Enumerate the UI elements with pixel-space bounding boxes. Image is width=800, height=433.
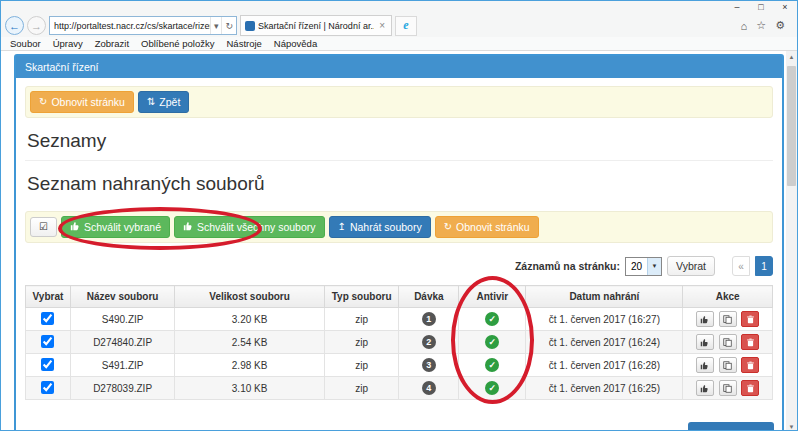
delete-file-button[interactable] — [741, 357, 759, 373]
thumbs-up-icon — [183, 221, 193, 233]
refresh-page-button[interactable]: ↻ Obnovit stránku — [30, 91, 134, 113]
approve-file-button[interactable] — [696, 334, 714, 350]
upload-date-cell: čt 1. červen 2017 (16:28) — [526, 354, 683, 377]
scroll-up-icon[interactable]: ▲ — [786, 51, 797, 62]
table-row: D278039.ZIP 3.10 KB zip 4 ✓ čt 1. červen… — [26, 377, 773, 400]
top-toolbar: ↻ Obnovit stránku ⇅ Zpět — [25, 86, 773, 118]
copy-file-button[interactable] — [719, 380, 737, 396]
per-page-value: 20 — [626, 258, 647, 275]
back-action-button[interactable]: ⇅ Zpět — [138, 91, 189, 113]
header-nazev-souboru: Název souboru — [70, 286, 175, 308]
tab-title: Skartační řízení | Národní ar... — [258, 21, 374, 31]
new-tab-button[interactable]: e — [395, 16, 417, 36]
file-type-cell: zip — [324, 354, 399, 377]
back-action-label: Zpět — [159, 96, 180, 108]
select-caret-icon: ▼ — [647, 258, 661, 275]
scroll-down-icon[interactable]: ▼ — [786, 421, 797, 431]
internet-explorer-icon: e — [403, 18, 408, 33]
batch-badge: 1 — [422, 312, 436, 326]
header-akce: Akce — [683, 286, 773, 308]
home-icon[interactable]: ⌂ — [741, 20, 748, 32]
page-viewport: Skartační řízení ↻ Obnovit stránku ⇅ Zpě… — [1, 51, 797, 431]
address-bar[interactable]: http://portaltest.nacr.cz/cs/skartace/ri… — [49, 16, 237, 35]
minimize-button[interactable]: – — [725, 1, 749, 14]
files-toolbar: ☑ Schválit vybrané Schválit všechny soub… — [25, 211, 773, 243]
actions-cell — [683, 377, 773, 400]
maximize-button[interactable]: □ — [749, 1, 773, 14]
address-dropdown-icon[interactable]: ▾ — [210, 17, 222, 34]
menu-zobrazit[interactable]: Zobrazit — [89, 38, 135, 49]
forward-icon: → — [31, 20, 42, 32]
per-page-select[interactable]: 20 ▼ — [625, 257, 662, 276]
upload-icon: ↥ — [338, 222, 346, 232]
menu-nastroje[interactable]: Nástroje — [220, 38, 267, 49]
skartace-panel: Skartační řízení ↻ Obnovit stránku ⇅ Zpě… — [14, 54, 784, 431]
upload-date-cell: čt 1. červen 2017 (16:24) — [526, 331, 683, 354]
scrollbar-thumb[interactable] — [787, 66, 796, 186]
file-type-cell: zip — [324, 308, 399, 331]
actions-cell — [683, 308, 773, 331]
refresh-list-button[interactable]: ↻ Obnovit stránku — [435, 216, 539, 238]
per-page-apply-button[interactable]: Vybrat — [667, 256, 715, 276]
approve-selected-button[interactable]: Schválit vybrané — [61, 216, 170, 238]
row-select-checkbox[interactable] — [41, 358, 54, 371]
delete-file-button[interactable] — [741, 380, 759, 396]
actions-cell — [683, 331, 773, 354]
file-size-cell: 2.54 KB — [175, 331, 324, 354]
copy-file-button[interactable] — [719, 334, 737, 350]
menu-bar: Soubor Úpravy Zobrazit Oblíbené položky … — [1, 37, 797, 51]
approve-all-button[interactable]: Schválit všechny soubory — [174, 216, 324, 238]
actions-cell — [683, 354, 773, 377]
select-all-button[interactable]: ☑ — [30, 217, 57, 237]
partial-hidden-button[interactable] — [688, 422, 774, 430]
antivirus-ok-icon: ✓ — [485, 358, 499, 372]
header-davka: Dávka — [399, 286, 459, 308]
approve-file-button[interactable] — [696, 380, 714, 396]
table-row: S491.ZIP 2.98 KB zip 3 ✓ čt 1. červen 20… — [26, 354, 773, 377]
delete-file-button[interactable] — [741, 311, 759, 327]
batch-badge: 3 — [422, 358, 436, 372]
header-velikost-souboru: Velikost souboru — [175, 286, 324, 308]
file-name-cell: S491.ZIP — [70, 354, 175, 377]
close-button[interactable]: × — [773, 1, 797, 14]
back-button[interactable]: ← — [5, 16, 24, 35]
copy-file-button[interactable] — [719, 311, 737, 327]
menu-upravy[interactable]: Úpravy — [47, 38, 89, 49]
table-row: S490.ZIP 3.20 KB zip 1 ✓ čt 1. červen 20… — [26, 308, 773, 331]
browser-tab[interactable]: Skartační řízení | Národní ar... × — [240, 15, 392, 36]
refresh-icon[interactable]: ↻ — [221, 17, 236, 34]
approve-selected-label: Schválit vybrané — [84, 221, 161, 233]
antivirus-ok-icon: ✓ — [485, 335, 499, 349]
refresh-icon: ↻ — [39, 97, 47, 107]
upload-date-cell: čt 1. červen 2017 (16:27) — [526, 308, 683, 331]
copy-file-button[interactable] — [719, 357, 737, 373]
table-header-row: Vybrat Název souboru Velikost souboru Ty… — [26, 286, 773, 308]
delete-file-button[interactable] — [741, 334, 759, 350]
approve-file-button[interactable] — [696, 311, 714, 327]
row-select-checkbox[interactable] — [41, 381, 54, 394]
menu-napoveda[interactable]: Nápověda — [268, 38, 323, 49]
thumbs-up-icon — [70, 221, 80, 233]
files-table-wrap: Vybrat Název souboru Velikost souboru Ty… — [25, 285, 773, 400]
vertical-scrollbar[interactable]: ▲ ▼ — [786, 51, 797, 431]
menu-soubor[interactable]: Soubor — [4, 38, 47, 49]
list-controls-row: Záznamů na stránku: 20 ▼ Vybrat « 1 — [25, 256, 773, 276]
refresh-list-label: Obnovit stránku — [456, 221, 530, 233]
upload-files-button[interactable]: ↥ Nahrát soubory — [329, 216, 431, 238]
title-bar: – □ × — [1, 1, 797, 14]
pagination-prev-button[interactable]: « — [732, 256, 750, 276]
row-select-checkbox[interactable] — [41, 335, 54, 348]
approve-file-button[interactable] — [696, 357, 714, 373]
row-select-checkbox[interactable] — [41, 312, 54, 325]
url-text[interactable]: http://portaltest.nacr.cz/cs/skartace/ri… — [54, 21, 210, 31]
pagination-page-1[interactable]: 1 — [755, 256, 773, 276]
tab-favicon-icon — [245, 21, 255, 31]
menu-oblibene-polozky[interactable]: Oblíbené položky — [135, 38, 220, 49]
favorites-icon[interactable]: ☆ — [756, 19, 766, 32]
tab-close-icon[interactable]: × — [377, 20, 387, 31]
file-name-cell: S490.ZIP — [70, 308, 175, 331]
settings-gear-icon[interactable]: ⚙ — [775, 19, 785, 32]
forward-button[interactable]: → — [27, 16, 46, 35]
header-datum-nahrani: Datum nahrání — [526, 286, 683, 308]
batch-badge: 4 — [422, 381, 436, 395]
